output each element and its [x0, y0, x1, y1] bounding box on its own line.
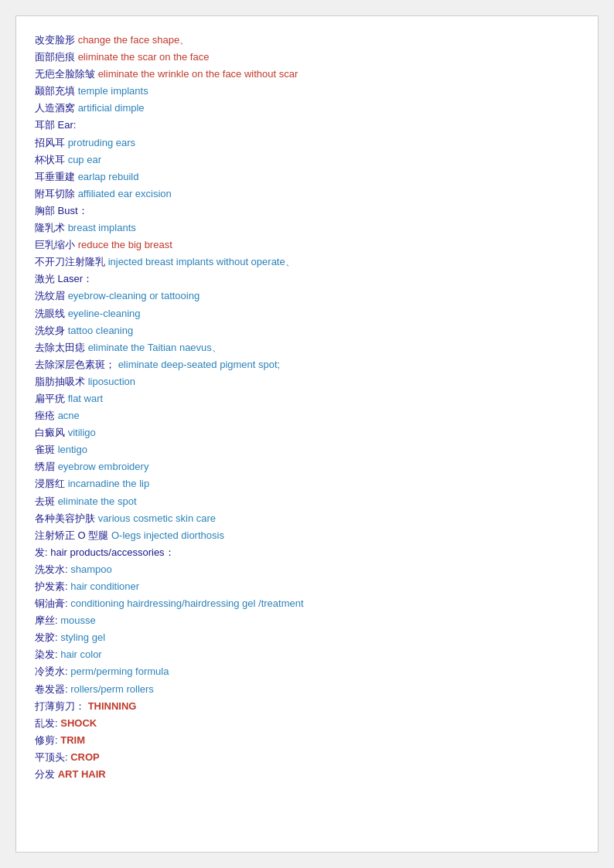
en-text: breast implants	[68, 222, 136, 233]
zh-text: 洗纹眉	[35, 290, 68, 301]
list-item: 染发: hair color	[35, 646, 579, 663]
en-text: eliminate the spot	[58, 495, 137, 507]
list-item: 去除太田痣 eliminate the Taitian naevus、	[35, 339, 579, 356]
zh-text: 面部疤痕	[35, 51, 78, 63]
en-text: shampoo	[70, 563, 111, 575]
zh-text: 浸唇红	[35, 478, 68, 489]
list-item: 耳垂重建 earlap rebuild	[35, 168, 579, 186]
list-item: 打薄剪刀： THINNING	[35, 698, 579, 715]
zh-text: 平顶头:	[35, 751, 70, 763]
zh-text: 改变脸形	[35, 34, 78, 46]
list-item: 白癜风 vitiligo	[35, 424, 579, 441]
list-item: 颞部充填 temple implants	[35, 83, 579, 100]
list-item: 绣眉 eyebrow embroidery	[35, 458, 579, 475]
list-item: 发: hair products/accessories：	[35, 544, 579, 561]
zh-text: 分发	[35, 768, 58, 780]
en-text: CROP	[70, 751, 100, 763]
list-item: 脂肪抽吸术 liposuction	[35, 373, 579, 390]
en-text: vitiligo	[68, 427, 96, 438]
list-item: 痤疮 acne	[35, 407, 579, 424]
en-text: eliminate the scar on the face	[78, 51, 210, 63]
en-text: SHOCK	[60, 717, 97, 729]
en-text: affiliated ear excision	[78, 188, 172, 199]
zh-text: 发胶:	[35, 631, 60, 643]
list-item: 平顶头: CROP	[35, 749, 579, 766]
en-text: change the face shape、	[78, 34, 190, 46]
list-item: 杯状耳 cup ear	[35, 151, 579, 168]
list-item: 人造酒窝 artificial dimple	[35, 100, 579, 117]
en-text: styling gel	[60, 631, 105, 643]
en-text: cup ear	[68, 154, 101, 165]
en-text: hair color	[60, 648, 101, 660]
zh-text: 洗纹身	[35, 325, 68, 336]
zh-text: 去斑	[35, 495, 58, 507]
en-text: reduce the big breast	[78, 239, 172, 250]
list-item: 不开刀注射隆乳 injected breast implants without…	[35, 254, 579, 271]
list-item: 洗纹身 tattoo cleaning	[35, 322, 579, 339]
zh-text: 招风耳	[35, 137, 68, 148]
en-text: tattoo cleaning	[68, 325, 134, 336]
list-item: 洗眼线 eyeline-cleaning	[35, 305, 579, 322]
list-item: 耳部 Ear:	[35, 117, 579, 134]
list-item: 招风耳 protruding ears	[35, 134, 579, 151]
en-text: earlap rebuild	[78, 171, 139, 182]
zh-text: 洗发水:	[35, 563, 70, 575]
zh-text: 绣眉	[35, 461, 58, 472]
zh-text: 白癜风	[35, 427, 68, 438]
list-item: 改变脸形 change the face shape、	[35, 32, 579, 49]
zh-text: 痤疮	[35, 410, 58, 421]
zh-text: 附耳切除	[35, 188, 78, 199]
en-text: protruding ears	[68, 137, 135, 148]
zh-text: 脂肪抽吸术	[35, 376, 88, 387]
zh-text: 隆乳术	[35, 222, 68, 233]
en-text: eliminate the Taitian naevus、	[88, 342, 222, 353]
en-text: artificial dimple	[78, 102, 145, 114]
en-text: eliminate deep-seated pigment spot;	[118, 359, 281, 370]
list-item: 卷发器: rollers/perm rollers	[35, 681, 579, 698]
en-text: rollers/perm rollers	[70, 683, 154, 695]
zh-text: 巨乳缩小	[35, 239, 78, 250]
en-text: acne	[58, 410, 80, 421]
zh-text: 扁平疣	[35, 393, 68, 404]
list-item: 隆乳术 breast implants	[35, 220, 579, 237]
zh-text: 冷烫水:	[35, 665, 70, 677]
list-item: 无疤全脸除皱 eliminate the wrinkle on the face…	[35, 66, 579, 83]
en-text: O-legs injected diorthosis	[111, 529, 224, 541]
list-item: 冷烫水: perm/perming formula	[35, 663, 579, 680]
zh-text: 乱发:	[35, 717, 60, 729]
list-item: 胸部 Bust：	[35, 203, 579, 220]
zh-text: 护发素:	[35, 580, 70, 592]
en-text: conditioning hairdressing/hairdressing g…	[70, 597, 303, 609]
en-text: THINNING	[88, 700, 137, 712]
zh-text: 无疤全脸除皱	[35, 68, 98, 80]
list-item: 修剪: TRIM	[35, 732, 579, 749]
zh-text: 铜油膏:	[35, 597, 70, 609]
zh-text: 去除深层色素斑；	[35, 359, 118, 370]
list-item: 注射矫正 O 型腿 O-legs injected diorthosis	[35, 527, 579, 544]
en-text: TRIM	[60, 734, 85, 746]
list-item: 浸唇红 incarnadine the lip	[35, 475, 579, 492]
list-item: 巨乳缩小 reduce the big breast	[35, 237, 579, 254]
list-item: 乱发: SHOCK	[35, 715, 579, 732]
en-text: mousse	[60, 614, 96, 626]
zh-text: 颞部充填	[35, 85, 78, 97]
list-item: 铜油膏: conditioning hairdressing/hairdress…	[35, 595, 579, 612]
en-text: eyeline-cleaning	[68, 308, 141, 319]
en-text: temple implants	[78, 85, 148, 97]
zh-text: 雀斑	[35, 444, 58, 455]
en-text: eliminate the wrinkle on the face withou…	[98, 68, 298, 80]
en-text: flat wart	[68, 393, 104, 404]
list-item: 附耳切除 affiliated ear excision	[35, 186, 579, 203]
list-item: 去斑 eliminate the spot	[35, 493, 579, 510]
en-text: liposuction	[88, 376, 135, 387]
list-item: 面部疤痕 eliminate the scar on the face	[35, 49, 579, 66]
zh-text: 卷发器:	[35, 683, 70, 695]
list-item: 各种美容护肤 various cosmetic skin care	[35, 510, 579, 527]
zh-text: 染发:	[35, 648, 60, 660]
zh-text: 去除太田痣	[35, 342, 88, 353]
zh-text: 各种美容护肤	[35, 512, 98, 524]
en-text: incarnadine the lip	[68, 478, 150, 489]
zh-text: 不开刀注射隆乳	[35, 256, 108, 267]
list-item: 洗发水: shampoo	[35, 561, 579, 578]
en-text: ART HAIR	[58, 768, 106, 780]
